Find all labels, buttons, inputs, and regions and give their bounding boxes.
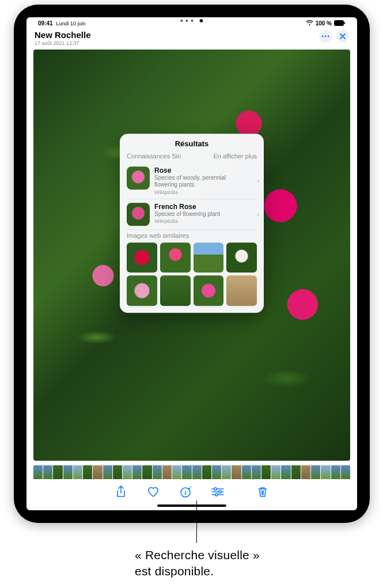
camera-pill — [181, 19, 203, 22]
filmstrip-thumb[interactable] — [182, 465, 191, 479]
result-source: Wikipédia — [154, 189, 250, 195]
filmstrip-thumb[interactable] — [281, 465, 290, 479]
svg-point-4 — [328, 36, 329, 37]
battery-percent: 100 % — [316, 20, 332, 26]
callout-leader-line — [196, 500, 197, 543]
chevron-right-icon: › — [257, 210, 259, 218]
filmstrip-thumb[interactable] — [93, 465, 102, 479]
photo-header: New Rochelle 17 août 2021 12:37 — [26, 28, 357, 50]
filmstrip-thumb[interactable] — [103, 465, 112, 479]
filmstrip-thumb[interactable] — [43, 465, 52, 479]
filmstrip-thumb[interactable] — [252, 465, 261, 479]
result-description: Species of woody, perennial flowering pl… — [154, 174, 250, 189]
svg-rect-0 — [335, 21, 344, 26]
svg-point-9 — [215, 494, 218, 496]
photo-datetime: 17 août 2021 12:37 — [35, 40, 91, 46]
screen: 09:41 Lundi 10 juin 100 % New Rochelle 1… — [26, 17, 357, 510]
similar-image[interactable] — [127, 242, 157, 273]
similar-image[interactable] — [226, 242, 257, 273]
similar-image[interactable] — [160, 242, 191, 273]
favorite-button[interactable] — [146, 485, 160, 499]
callout-line2: est disponible. — [135, 564, 214, 578]
filmstrip-thumb[interactable] — [242, 465, 251, 479]
filmstrip-thumb[interactable] — [153, 465, 162, 479]
filmstrip-thumb[interactable] — [63, 465, 73, 479]
svg-rect-1 — [344, 22, 346, 24]
filmstrip-thumb[interactable] — [113, 465, 122, 479]
similar-image[interactable] — [160, 276, 191, 306]
filmstrip-thumb[interactable] — [33, 465, 43, 479]
battery-icon — [334, 20, 346, 26]
filmstrip-thumb[interactable] — [261, 465, 271, 479]
svg-point-2 — [322, 36, 324, 37]
filmstrip-thumb[interactable] — [222, 465, 231, 479]
similar-image[interactable] — [194, 242, 224, 273]
filmstrip-thumb[interactable] — [341, 465, 350, 479]
filmstrip-thumb[interactable] — [142, 465, 151, 479]
similar-images-grid — [127, 242, 257, 306]
filmstrip-thumb[interactable] — [73, 465, 82, 479]
filmstrip-thumb[interactable] — [53, 465, 62, 479]
visual-lookup-button[interactable]: i — [179, 485, 192, 499]
similar-images-label: Images web similaires — [127, 232, 257, 239]
svg-point-7 — [214, 488, 217, 490]
result-name: French Rose — [154, 203, 250, 211]
result-item[interactable]: Rose Species of woody, perennial floweri… — [127, 163, 257, 199]
home-indicator[interactable] — [157, 504, 226, 507]
delete-button[interactable] — [256, 485, 270, 499]
similar-image[interactable] — [226, 276, 257, 306]
more-button[interactable] — [319, 30, 332, 43]
filmstrip-thumb[interactable] — [132, 465, 142, 479]
status-time: 09:41 — [38, 20, 53, 26]
siri-knowledge-label: Connaissances Siri — [127, 153, 181, 160]
filmstrip-thumb[interactable] — [311, 465, 320, 479]
filmstrip-thumb[interactable] — [271, 465, 280, 479]
similar-image[interactable] — [127, 276, 157, 306]
filmstrip-thumb[interactable] — [83, 465, 92, 479]
close-button[interactable] — [336, 30, 349, 43]
result-thumbnail — [127, 166, 150, 189]
similar-image[interactable] — [194, 276, 224, 306]
result-description: Species of flowering plant — [154, 211, 250, 218]
result-source: Wikipédia — [154, 218, 250, 224]
svg-text:i: i — [184, 489, 186, 496]
callout-text: « Recherche visuelle » est disponible. — [135, 547, 260, 580]
filmstrip-thumb[interactable] — [301, 465, 310, 479]
share-button[interactable] — [114, 485, 128, 499]
filmstrip-thumb[interactable] — [321, 465, 330, 479]
result-thumbnail — [127, 203, 150, 226]
filmstrip-thumb[interactable] — [202, 465, 211, 479]
bottom-toolbar: i — [26, 479, 357, 502]
wifi-icon — [306, 20, 313, 26]
show-more-link[interactable]: En afficher plus — [213, 153, 257, 160]
filmstrip-thumb[interactable] — [331, 465, 340, 479]
filmstrip-thumb[interactable] — [212, 465, 221, 479]
svg-point-3 — [325, 36, 327, 37]
photo-filmstrip[interactable] — [26, 463, 357, 479]
filmstrip-thumb[interactable] — [291, 465, 301, 479]
filmstrip-thumb[interactable] — [172, 465, 181, 479]
ipad-frame: 09:41 Lundi 10 juin 100 % New Rochelle 1… — [14, 5, 370, 523]
svg-point-8 — [219, 491, 221, 493]
result-name: Rose — [154, 166, 250, 174]
adjust-button[interactable] — [211, 485, 225, 499]
filmstrip-thumb[interactable] — [192, 465, 202, 479]
location-title: New Rochelle — [35, 30, 91, 40]
visual-lookup-popup: Résultats Connaissances Siri En afficher… — [120, 134, 264, 313]
photo-viewport[interactable]: Résultats Connaissances Siri En afficher… — [26, 50, 357, 463]
result-item[interactable]: French Rose Species of flowering plant W… — [127, 199, 257, 230]
filmstrip-thumb[interactable] — [232, 465, 241, 479]
popup-title: Résultats — [127, 139, 257, 148]
filmstrip-thumb[interactable] — [123, 465, 132, 479]
callout-line1: « Recherche visuelle » — [135, 548, 260, 562]
chevron-right-icon: › — [257, 177, 259, 185]
filmstrip-thumb[interactable] — [162, 465, 172, 479]
status-date: Lundi 10 juin — [56, 21, 86, 26]
